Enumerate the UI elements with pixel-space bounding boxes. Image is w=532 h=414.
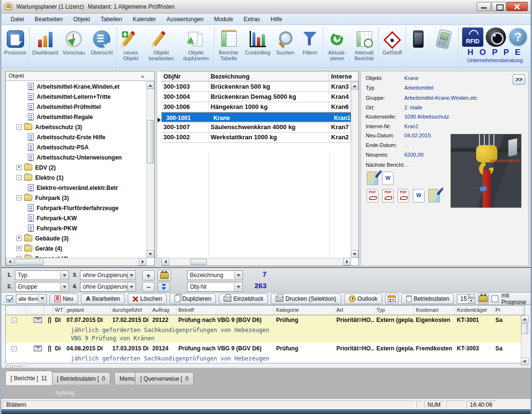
tree-item[interactable]: Elektro-ortsveränd.elektr.Betr: [6, 183, 146, 193]
delete-report-button[interactable]: Löschen: [128, 294, 167, 304]
tree-item[interactable]: -Elektro (1): [6, 173, 146, 183]
scroll-thumb[interactable]: [521, 323, 528, 334]
tree-expander[interactable]: -: [16, 124, 22, 130]
dropdown-arrow-icon[interactable]: [127, 271, 135, 279]
calendar-button[interactable]: [385, 294, 399, 304]
tree-vertical-scrollbar[interactable]: [146, 81, 154, 258]
menu-module[interactable]: Module: [209, 14, 238, 25]
report-row[interactable]: - Di 07.07.2015 Di 17.02.2015 Di 20122 P…: [6, 315, 524, 326]
object-table-vertical-scrollbar[interactable]: [351, 82, 359, 258]
scroll-thumb[interactable]: [14, 259, 43, 265]
scroll-thumb[interactable]: [147, 120, 154, 163]
column-header-kostentraeger[interactable]: Kostenträger: [455, 306, 493, 315]
scroll-down-button[interactable]: [146, 250, 154, 258]
grouping-select-3[interactable]: ohne Gruppierung: [80, 270, 136, 280]
scroll-left-button[interactable]: [6, 258, 13, 266]
edit-report-button[interactable]: ABearbeiten: [81, 294, 125, 304]
print-selection-button[interactable]: Drucken (Selektion): [271, 294, 341, 304]
tree-item[interactable]: +Gebäude (3): [6, 233, 146, 243]
vorschau-button[interactable]: Vorschau: [60, 25, 87, 68]
tree-item[interactable]: Fuhrpark-Flurförderfahrzeuge: [6, 203, 146, 213]
menu-tabellen[interactable]: Tabellen: [95, 14, 128, 25]
tree-expander[interactable]: -: [16, 195, 22, 200]
table-row[interactable]: 300-1002Werkstattkran 1000 kgKran2: [161, 133, 351, 143]
table-row[interactable]: 300-1006Hängekran 1000 kgKran6: [161, 102, 351, 112]
tree-item[interactable]: +EDV (2): [6, 162, 146, 173]
tree-expander[interactable]: +: [16, 236, 22, 241]
tree-item[interactable]: Fuhrpark-PKW: [6, 223, 146, 233]
scroll-up-button[interactable]: [146, 81, 154, 89]
object-table-horizontal-scrollbar[interactable]: [161, 258, 351, 266]
column-header-intern[interactable]: Interne: [329, 71, 359, 81]
tab-betriebsdaten[interactable]: [ Betriebsdaten [0: [52, 372, 110, 385]
close-button[interactable]: [506, 2, 528, 11]
outlook-button[interactable]: Outlook: [344, 294, 382, 304]
column-header-typ[interactable]: Typ: [374, 306, 414, 315]
menu-auswertungen[interactable]: Auswertungen: [161, 14, 209, 25]
objekt-bearbeiten-button[interactable]: Objekt bearbeiten: [144, 25, 178, 68]
word-document-icon[interactable]: W: [382, 172, 394, 185]
column-header-wt[interactable]: WT: [53, 306, 65, 315]
column-header-kategorie[interactable]: Kategorie: [274, 306, 334, 315]
single-print-button[interactable]: Einzeldruck: [219, 294, 268, 304]
column-header-art[interactable]: Art: [334, 306, 374, 315]
grouping-select-1[interactable]: Typ: [15, 270, 69, 280]
tree-item[interactable]: Arbeitsmittel-Regale: [6, 112, 146, 122]
sort-select-2[interactable]: Obj-Nr: [187, 282, 243, 292]
column-header-durchgefuehrt[interactable]: durchgeführt: [110, 306, 150, 315]
pdf-document-icon[interactable]: PDF: [382, 189, 394, 202]
collapse-all-button[interactable]: [158, 282, 170, 292]
aktualisieren-button[interactable]: Aktuali- sieren: [324, 25, 350, 68]
record-count-spinner[interactable]: 15: [457, 294, 475, 304]
smartphone-button[interactable]: [407, 25, 430, 68]
tree-column-header[interactable]: Objekt: [6, 71, 154, 81]
column-header-objnr[interactable]: ObjNr: [161, 71, 209, 81]
menu-objekt[interactable]: Objekt: [68, 14, 95, 25]
spinner-down-button[interactable]: [468, 299, 475, 303]
spinner-up-button[interactable]: [468, 294, 475, 299]
image-edit-icon[interactable]: [428, 189, 440, 202]
remove-grouping-button[interactable]: −: [142, 282, 155, 292]
menu-hilfe[interactable]: Hilfe: [266, 14, 288, 25]
tree-expander[interactable]: +: [16, 246, 22, 251]
intervall-berichte-button[interactable]: Intervall Berichte: [350, 25, 378, 68]
scroll-thumb[interactable]: [190, 259, 207, 265]
grouping-select-4[interactable]: ohne Gruppierung: [80, 282, 136, 292]
title-bar[interactable]: Wartungsplaner (1 Lizenz) Mandant: 1 All…: [1, 0, 531, 13]
prognosis-checkbox[interactable]: [492, 295, 498, 302]
word-document-icon[interactable]: W: [413, 189, 425, 202]
tree-item[interactable]: -Fuhrpark (3): [6, 193, 146, 203]
report-filter-select[interactable]: alle Berich: [16, 294, 47, 304]
grouping-select-2[interactable]: Gruppe: [15, 282, 69, 292]
duplicate-report-button[interactable]: Duplizieren: [170, 294, 216, 304]
dropdown-arrow-icon[interactable]: [127, 283, 135, 291]
scroll-right-button[interactable]: [343, 258, 351, 266]
handheld-button[interactable]: [430, 25, 458, 68]
group-icon-button[interactable]: [158, 270, 171, 281]
controlling-button[interactable]: Controlling: [242, 25, 273, 68]
dropdown-arrow-icon[interactable]: [60, 271, 68, 279]
scroll-right-button[interactable]: [139, 258, 146, 266]
select-all-checkbox[interactable]: [6, 295, 13, 302]
dropdown-arrow-icon[interactable]: [234, 283, 242, 291]
tree-expander[interactable]: +: [16, 165, 22, 170]
neues-objekt-button[interactable]: neues Objekt: [118, 25, 144, 68]
minimize-button[interactable]: [477, 2, 491, 11]
menu-datei[interactable]: Datei: [5, 14, 29, 25]
scroll-down-button[interactable]: [351, 250, 359, 258]
column-header-empty[interactable]: [44, 306, 53, 315]
scroll-left-button[interactable]: [161, 258, 169, 266]
scroll-up-button[interactable]: [351, 82, 359, 90]
tree-item[interactable]: Fuhrpark-LKW: [6, 213, 146, 223]
sort-select-1[interactable]: Bezeichnung: [187, 270, 243, 280]
tree-expander[interactable]: -: [16, 175, 22, 180]
new-report-button[interactable]: BNeu: [50, 294, 78, 304]
scroll-up-button[interactable]: [521, 315, 529, 323]
scroll-down-button[interactable]: [521, 358, 529, 365]
collapse-row-icon[interactable]: -: [12, 346, 17, 351]
berichte-tabelle-button[interactable]: Berichte Tabelle: [215, 25, 242, 68]
tree-item[interactable]: Arbeitsmittel-Prüfmittel: [6, 102, 146, 112]
uebersicht-button[interactable]: Übersicht: [88, 25, 116, 68]
pdf-document-icon[interactable]: PDF: [367, 189, 378, 202]
help-icon[interactable]: ?: [508, 27, 528, 47]
